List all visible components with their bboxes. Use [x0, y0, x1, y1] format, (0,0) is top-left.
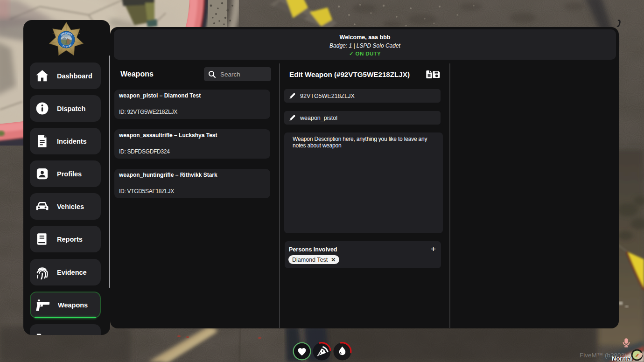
svg-text:I: I	[66, 46, 66, 48]
